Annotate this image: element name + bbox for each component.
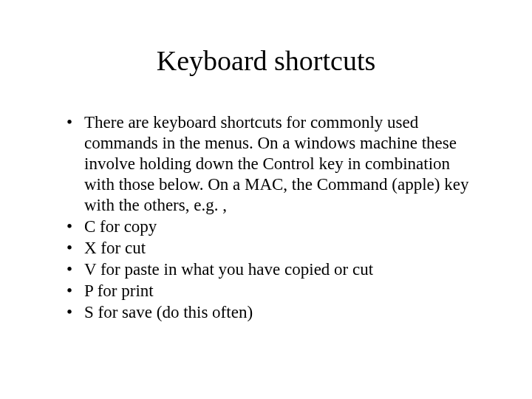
- slide-title: Keyboard shortcuts: [52, 44, 480, 77]
- list-item: C for copy: [66, 216, 480, 237]
- list-item: There are keyboard shortcuts for commonl…: [66, 112, 480, 216]
- bullet-list: There are keyboard shortcuts for commonl…: [52, 112, 480, 323]
- list-item: S for save (do this often): [66, 302, 480, 323]
- list-item: X for cut: [66, 238, 480, 259]
- list-item: P for print: [66, 281, 480, 301]
- list-item: V for paste in what you have copied or c…: [66, 259, 480, 280]
